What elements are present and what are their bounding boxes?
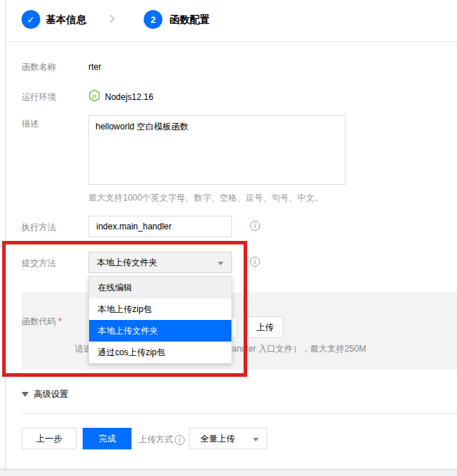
triangle-down-icon [22, 392, 29, 397]
page-background-strip [0, 470, 457, 476]
panel-left-border [5, 0, 6, 470]
function-code-label: 函数代码 * [22, 316, 62, 326]
upload-mode-label: 上传方式 [139, 434, 173, 446]
dropdown-option-upload-zip[interactable]: 本地上传zip包 [89, 298, 231, 320]
handler-input[interactable] [88, 216, 232, 237]
upload-mode-info-icon[interactable]: i [175, 435, 185, 445]
submit-method-select[interactable]: 本地上传文件夹 [88, 252, 232, 273]
step2-number: 2 [150, 14, 155, 25]
caret-down-icon [218, 262, 223, 265]
upload-mode-row: 上传方式 i [139, 434, 185, 446]
step2-label: 函数配置 [170, 14, 210, 25]
function-name-label: 函数名称 [22, 62, 56, 72]
svg-text:js: js [92, 93, 97, 99]
dropdown-option-online-edit[interactable]: 在线编辑 [89, 277, 231, 298]
step1-complete-circle: ✓ [22, 10, 40, 29]
chevron-right-icon [106, 14, 114, 22]
advanced-settings-label: 高级设置 [34, 388, 68, 401]
submit-method-dropdown: 在线编辑 本地上传zip包 本地上传文件夹 通过cos上传zip包 [88, 276, 232, 364]
check-icon: ✓ [27, 14, 35, 25]
handler-label: 执行方法 [22, 222, 56, 232]
footer-divider [22, 413, 457, 414]
nodejs-icon: js [88, 89, 101, 102]
upload-mode-value: 全量上传 [200, 434, 235, 444]
submit-method-label: 提交方法 [22, 258, 56, 268]
submit-method-value: 本地上传文件夹 [97, 257, 157, 267]
description-textarea[interactable]: helloworld 空白模板函数 [88, 115, 346, 185]
runtime-value: Nodejs12.16 [105, 92, 153, 102]
upload-mode-select[interactable]: 全量上传 [189, 428, 267, 449]
step1-label: 基本信息 [46, 14, 86, 25]
function-name-value: rter [88, 62, 101, 72]
required-asterisk: * [58, 316, 62, 326]
previous-step-button[interactable]: 上一步 [22, 428, 77, 449]
submit-method-info-icon[interactable]: i [250, 257, 260, 267]
function-code-section [22, 293, 457, 370]
description-hint: 最大支持1000个英文字母、数字、空格、逗号、句号、中文。 [88, 193, 323, 203]
header-divider [6, 41, 457, 42]
caret-down-icon [253, 438, 259, 441]
runtime-label: 运行环境 [22, 92, 56, 102]
dropdown-option-upload-folder[interactable]: 本地上传文件夹 [89, 320, 231, 342]
dropdown-option-cos-zip[interactable]: 通过cos上传zip包 [89, 342, 231, 363]
upload-button[interactable]: 上传 [247, 316, 283, 338]
step2-circle: 2 [144, 10, 162, 29]
description-label: 描述 [22, 119, 39, 129]
handler-info-icon[interactable]: i [250, 221, 260, 231]
function-config-page: ✓ 基本信息 2 函数配置 函数名称 rter 运行环境 js Nodejs12… [0, 0, 457, 476]
done-button[interactable]: 完成 [83, 428, 131, 449]
advanced-settings-toggle[interactable]: 高级设置 [22, 388, 68, 400]
